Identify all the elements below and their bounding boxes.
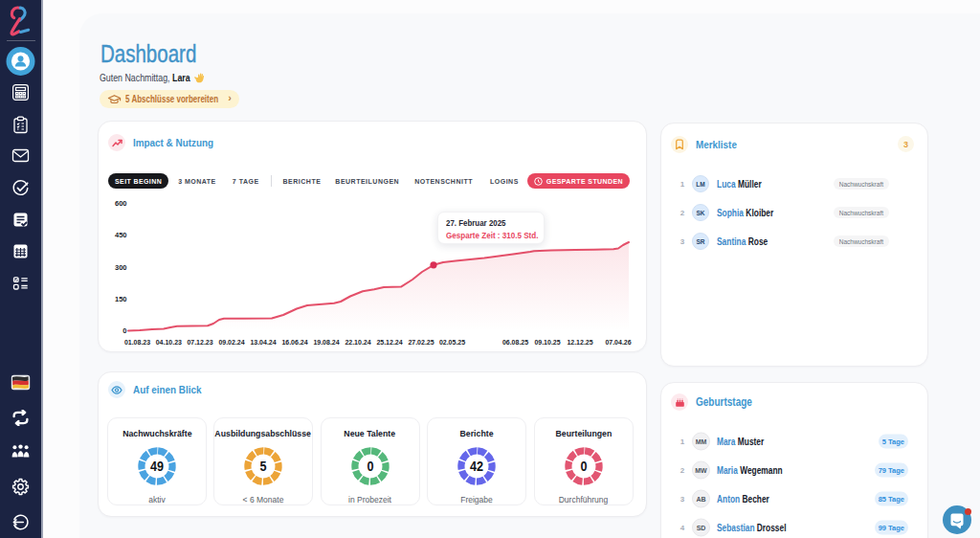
svg-text:13.04.24: 13.04.24 bbox=[250, 339, 276, 346]
svg-text:12.12.25: 12.12.25 bbox=[567, 339, 592, 346]
svg-text:27.02.25: 27.02.25 bbox=[408, 339, 434, 346]
svg-text:16.06.24: 16.06.24 bbox=[281, 339, 307, 346]
svg-text:07.12.23: 07.12.23 bbox=[187, 339, 212, 346]
svg-text:19.08.24: 19.08.24 bbox=[313, 339, 339, 346]
svg-text:0: 0 bbox=[122, 326, 126, 335]
svg-text:450: 450 bbox=[115, 231, 127, 239]
svg-text:02.05.25: 02.05.25 bbox=[439, 339, 465, 346]
svg-text:06.08.25: 06.08.25 bbox=[502, 339, 528, 346]
svg-text:04.10.23: 04.10.23 bbox=[156, 339, 182, 346]
svg-text:150: 150 bbox=[115, 295, 127, 303]
svg-text:600: 600 bbox=[115, 199, 127, 208]
svg-text:25.12.24: 25.12.24 bbox=[376, 339, 402, 346]
svg-text:09.02.24: 09.02.24 bbox=[218, 339, 244, 346]
svg-text:07.04.26: 07.04.26 bbox=[605, 339, 631, 346]
svg-text:01.08.23: 01.08.23 bbox=[124, 339, 150, 346]
svg-text:09.10.25: 09.10.25 bbox=[534, 339, 560, 346]
svg-text:300: 300 bbox=[115, 263, 127, 272]
svg-text:22.10.24: 22.10.24 bbox=[345, 339, 370, 346]
